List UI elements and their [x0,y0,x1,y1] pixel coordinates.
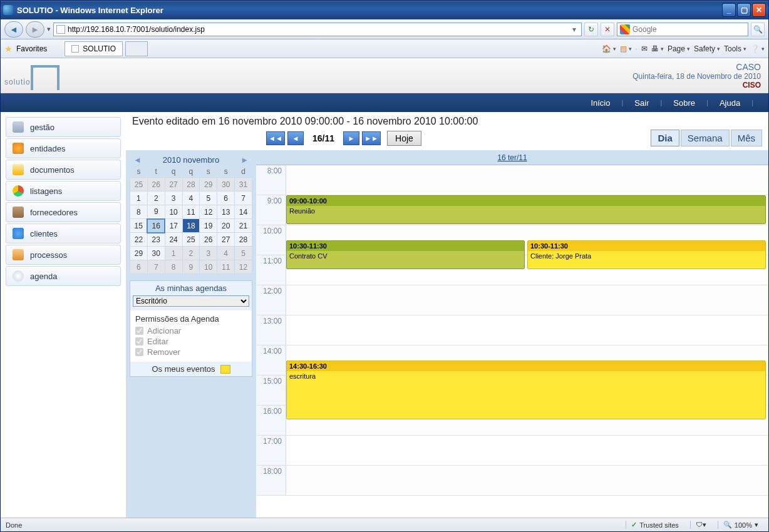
minical-day[interactable]: 4 [182,192,200,205]
favorites-star-icon[interactable]: ★ [4,44,13,54]
nav-inicio[interactable]: Início [591,98,610,108]
nav-sair[interactable]: Sair [634,98,649,108]
day-header-link[interactable]: 16 ter/11 [256,150,768,165]
minical-day[interactable]: 24 [165,233,182,247]
new-tab-button[interactable] [125,41,148,56]
minical-day[interactable]: 29 [130,247,148,260]
calendar-event[interactable]: 14:30-16:30escritura [286,361,766,419]
minical-day[interactable]: 22 [130,233,148,247]
search-input[interactable] [632,25,745,34]
minical-day[interactable]: 12 [235,260,252,274]
minical-day[interactable]: 18 [182,219,200,233]
minical-day[interactable]: 25 [182,233,200,247]
address-bar[interactable]: ▾ [53,23,582,36]
search-go-button[interactable]: 🔍 [751,23,765,36]
minimize-button[interactable]: _ [722,3,736,17]
nav-sobre[interactable]: Sobre [673,98,695,108]
stop-button[interactable]: ✕ [601,23,614,36]
minical-day[interactable]: 3 [200,247,217,260]
minical-day[interactable]: 1 [165,247,182,260]
sidebar-item-processos[interactable]: processos [6,245,121,265]
nav-first-button[interactable]: ◄◄ [266,131,285,145]
help-button[interactable]: ❔▾ [750,44,765,53]
forward-button[interactable]: ► [26,21,44,38]
minical-day[interactable]: 17 [165,219,182,233]
safety-menu[interactable]: Safety▾ [694,44,720,53]
feeds-button[interactable]: ▤▾ [620,44,632,53]
home-button[interactable]: 🏠▾ [602,44,616,53]
sidebar-item-fornecedores[interactable]: fornecedores [6,202,121,222]
sidebar-item-gestao[interactable]: gestão [6,117,121,137]
agenda-select[interactable]: Escritório [133,295,249,307]
calendar-event[interactable]: 10:30-11:30Cliente: Jorge Prata [527,240,766,269]
minical-day[interactable]: 7 [235,192,252,205]
minical-day[interactable]: 29 [200,178,217,192]
maximize-button[interactable]: ▢ [737,3,751,17]
minical-day[interactable]: 30 [147,247,165,260]
minical-day[interactable]: 9 [147,205,165,219]
minical-day[interactable]: 6 [130,260,148,274]
calendar-event[interactable]: 10:30-11:30Contrato CV [286,240,525,269]
minical-day[interactable]: 14 [235,205,252,219]
sidebar-item-clientes[interactable]: clientes [6,223,121,243]
sidebar-item-entidades[interactable]: entidades [6,138,121,158]
minical-day[interactable]: 26 [147,178,165,192]
minical-day[interactable]: 28 [182,178,200,192]
minical-day[interactable]: 16 [147,219,165,233]
minical-day[interactable]: 8 [165,260,182,274]
view-day-button[interactable]: Dia [651,130,679,146]
today-button[interactable]: Hoje [387,131,421,146]
minical-day[interactable]: 15 [130,219,148,233]
minical-day[interactable]: 10 [165,205,182,219]
minical-day[interactable]: 12 [200,205,217,219]
minical-day[interactable]: 8 [130,205,148,219]
favorites-label[interactable]: Favorites [16,44,47,53]
back-button[interactable]: ◄ [4,21,23,38]
minical-day[interactable]: 21 [235,219,252,233]
nav-prev-button[interactable]: ◄ [287,131,304,145]
minical-day[interactable]: 31 [235,178,252,192]
minical-next-icon[interactable]: ► [240,155,249,165]
minical-day[interactable]: 3 [165,192,182,205]
nav-dropdown-icon[interactable]: ▾ [47,25,51,33]
minical-day[interactable]: 10 [200,260,217,274]
close-button[interactable]: ✕ [752,3,766,17]
minical-day[interactable]: 9 [182,260,200,274]
minical-day[interactable]: 6 [217,192,235,205]
view-month-button[interactable]: Mês [731,130,762,146]
mail-button[interactable]: ✉ [641,44,648,53]
search-box[interactable] [617,23,748,36]
minical-day[interactable]: 4 [217,247,235,260]
minical-day[interactable]: 30 [217,178,235,192]
minical-day[interactable]: 19 [200,219,217,233]
minical-prev-icon[interactable]: ◄ [133,155,142,165]
sidebar-item-listagens[interactable]: listagens [6,181,121,201]
minical-day[interactable]: 26 [200,233,217,247]
day-grid[interactable]: 8:009:0010:0011:0012:0013:0014:0015:0016… [256,165,768,518]
minical-day[interactable]: 7 [147,260,165,274]
minical-day[interactable]: 27 [217,233,235,247]
tab-solutio[interactable]: SOLUTIO [65,41,123,56]
refresh-button[interactable]: ↻ [584,23,598,36]
nav-last-button[interactable]: ►► [362,131,381,145]
url-input[interactable] [68,25,570,34]
nav-next-button[interactable]: ► [343,131,359,145]
status-zoom[interactable]: 🔍 100% ▾ [718,521,763,529]
minical-day[interactable]: 1 [130,192,148,205]
page-menu[interactable]: Page▾ [668,44,690,53]
minical-day[interactable]: 11 [182,205,200,219]
calendar-event[interactable]: 09:00-10:00Reunião [286,195,766,224]
minical-day[interactable]: 5 [235,247,252,260]
minical-day[interactable]: 20 [217,219,235,233]
minical-day[interactable]: 25 [130,178,148,192]
minical-day[interactable]: 13 [217,205,235,219]
minical-day[interactable]: 2 [147,192,165,205]
tools-menu[interactable]: Tools▾ [724,44,746,53]
minical-day[interactable]: 2 [182,247,200,260]
print-button[interactable]: 🖶▾ [651,44,664,53]
minical-day[interactable]: 27 [165,178,182,192]
minical-day[interactable]: 23 [147,233,165,247]
minical-day[interactable]: 28 [235,233,252,247]
address-dropdown-icon[interactable]: ▾ [570,25,579,34]
sidebar-item-agenda[interactable]: agenda [6,266,121,286]
